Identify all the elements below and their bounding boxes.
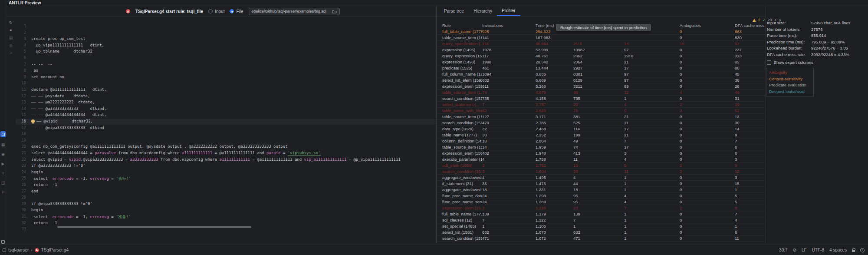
profiler-row[interactable]: search_condition (1516)4711.0724711011 bbox=[437, 235, 765, 242]
profiler-row[interactable]: search_condition (15...4711.0694711111 bbox=[437, 242, 765, 243]
profiler-row[interactable]: aggregate_windowed...41.4954103 bbox=[437, 175, 765, 181]
profiler-row[interactable]: expression_elem (1589)4021.948413308 bbox=[437, 150, 765, 156]
tool-window-button-antlr-preview[interactable] bbox=[0, 131, 6, 137]
profiler-row[interactable]: set_special (1485)11.1051101 bbox=[437, 223, 765, 229]
editor-line[interactable]: 21select @a444444444444444 = paravalue f… bbox=[16, 150, 436, 156]
editor-line[interactable]: 4 @p_vipa1111111111111 dtint, bbox=[16, 43, 436, 49]
line-number[interactable]: 30 bbox=[16, 208, 26, 212]
editor-line[interactable]: 29if @vipa333333333333 !='0' bbox=[16, 201, 436, 207]
line-number[interactable]: 28 bbox=[16, 195, 26, 199]
intention-bulb-icon[interactable] bbox=[31, 119, 35, 123]
line-number[interactable]: 16 bbox=[16, 119, 26, 123]
line-number[interactable]: 18 bbox=[16, 132, 26, 136]
profiler-row[interactable]: aggregate_windowed...181.33118101 bbox=[437, 187, 765, 193]
editor-line[interactable]: 15—— —— @a444444444444444 dtint, bbox=[16, 112, 436, 118]
profiler-row[interactable]: predicate (1525)46113.444292717080 bbox=[437, 65, 765, 71]
profiler-row[interactable]: full_column_name (17...10948.63583019704… bbox=[437, 71, 765, 77]
profiler-row[interactable]: expression_elem (15...21.22023728 bbox=[437, 205, 765, 211]
profiler-row[interactable]: select_list (1581)6321.073632106 bbox=[437, 229, 765, 235]
editor-line[interactable]: 17—— —— @vipa333333333333 dtkind bbox=[16, 125, 436, 131]
tool-window-button[interactable]: ◫ bbox=[0, 180, 6, 186]
line-separator[interactable]: LF bbox=[802, 248, 807, 252]
editor-line[interactable]: 23if @a333333333333 !='0' bbox=[16, 163, 436, 169]
editor-line[interactable]: 26 return -1 bbox=[16, 182, 436, 188]
line-number[interactable]: 7 bbox=[16, 62, 26, 66]
editor-line[interactable]: 19 bbox=[16, 138, 436, 144]
line-number[interactable]: 21 bbox=[16, 151, 26, 155]
editor-line[interactable]: 27end bbox=[16, 189, 436, 195]
lock-icon[interactable] bbox=[852, 250, 855, 252]
tool-window-button[interactable]: ≡ bbox=[0, 170, 6, 176]
editor-line[interactable]: 28 bbox=[16, 195, 436, 201]
pen-slash-icon[interactable]: ⊘ bbox=[793, 248, 796, 252]
line-number[interactable]: 24 bbox=[16, 170, 26, 174]
line-number[interactable]: 22 bbox=[16, 157, 26, 162]
profiler-row[interactable]: query_expression (1527)11748.76120621910… bbox=[437, 53, 765, 59]
profiler-row[interactable]: execute_parameter (1...41.75811403 bbox=[437, 156, 765, 162]
line-number[interactable]: 14 bbox=[16, 106, 26, 111]
line-number[interactable]: 2 bbox=[16, 30, 26, 35]
column-header[interactable]: Rule bbox=[442, 23, 482, 28]
file-path-field[interactable]: ebelice/Github/tsql-parser/examples/big.… bbox=[249, 8, 340, 15]
line-number[interactable]: 12 bbox=[16, 94, 26, 98]
profiler-row[interactable]: table_name (1777)332.2521992109 bbox=[437, 132, 765, 138]
tool-window-button[interactable]: ⚐ bbox=[0, 189, 6, 195]
profiler-row[interactable]: table_source_item (15...1273.17138121013 bbox=[437, 114, 765, 120]
indent-setting[interactable]: 4 spaces bbox=[829, 248, 847, 252]
profiler-row[interactable]: data_type (1829)322.48811417014 bbox=[437, 126, 765, 132]
pin-button[interactable]: ⚐ bbox=[8, 50, 14, 56]
file-radio[interactable]: File bbox=[230, 9, 243, 14]
profiler-row[interactable]: table_source_item (15...141.959741708 bbox=[437, 144, 765, 150]
edit-button[interactable]: ▤ bbox=[8, 35, 14, 41]
column-header[interactable]: Invocations bbox=[482, 23, 536, 28]
line-number[interactable]: 13 bbox=[16, 100, 26, 104]
column-header[interactable]: Ambiguities bbox=[680, 23, 735, 28]
editor-line[interactable]: 16—— @vipid dtchar32, bbox=[16, 119, 436, 125]
profiler-row[interactable]: func_proc_name_serv...241.28995405 bbox=[437, 199, 765, 205]
refresh-button[interactable]: ↻ bbox=[8, 19, 14, 25]
line-number[interactable]: 31 bbox=[16, 214, 26, 219]
tool-window-button-bottom[interactable] bbox=[0, 239, 6, 245]
line-number[interactable]: 6 bbox=[16, 56, 26, 60]
editor-line[interactable]: 20exec nb_com_getsysconfig @a11111111111… bbox=[16, 144, 436, 150]
profiler-row[interactable]: table_source_item (1...744.8799812446 bbox=[437, 89, 765, 96]
editor-line[interactable]: 12—— —— @sysdate dtdate, bbox=[16, 93, 436, 99]
profiler-row[interactable]: expression (1495)197852.99910982970237 bbox=[437, 47, 765, 53]
editor-line[interactable]: 3create proc up_com_test bbox=[16, 36, 436, 42]
expert-columns-checkbox[interactable]: Show expert columns bbox=[767, 60, 813, 65]
editor-line[interactable]: 11declare @a1111111111111 dtint, bbox=[16, 87, 436, 93]
line-number[interactable]: 15 bbox=[16, 113, 26, 117]
line-number[interactable]: 1 bbox=[16, 24, 26, 28]
file-encoding[interactable]: UTF-8 bbox=[812, 248, 824, 252]
editor-line[interactable]: 10 bbox=[16, 80, 436, 86]
editor-line[interactable]: 31 select errorcode = -1, errormsg = '准备… bbox=[16, 214, 436, 220]
line-number[interactable]: 17 bbox=[16, 126, 26, 130]
line-number[interactable]: 33 bbox=[16, 227, 26, 231]
line-number[interactable]: 20 bbox=[16, 144, 26, 149]
column-header[interactable]: DFA cache miss bbox=[735, 23, 765, 28]
line-number[interactable]: 26 bbox=[16, 182, 26, 187]
line-number[interactable]: 8 bbox=[16, 68, 26, 73]
line-number[interactable]: 9 bbox=[16, 75, 26, 79]
profiler-row[interactable]: table_name_with_hint...823.620769352 bbox=[437, 108, 765, 114]
editor-line[interactable]: 25 select errorcode = -1, errormsg = '执行… bbox=[16, 176, 436, 182]
profiler-row[interactable]: select_statement (...73.757294219 bbox=[437, 102, 765, 108]
tool-window-button[interactable]: ▶ bbox=[0, 161, 6, 167]
profiler-row[interactable]: search_condition (15...31.6042811212 bbox=[437, 169, 765, 175]
profiler-row[interactable]: expression_elem (1590)6115.266321199026 bbox=[437, 83, 765, 89]
profiler-row[interactable]: udt_elem (1658)21.75216529 bbox=[437, 162, 765, 169]
stop-button[interactable]: ■ bbox=[8, 27, 14, 33]
profiler-row[interactable]: sql_clauses (12)71.1227104 bbox=[437, 217, 765, 223]
breadcrumb-project[interactable]: tsql-parser bbox=[8, 248, 29, 252]
line-number[interactable]: 25 bbox=[16, 176, 26, 180]
input-radio[interactable]: Input bbox=[208, 9, 224, 14]
folder-icon[interactable] bbox=[332, 10, 337, 13]
tab-profiler[interactable]: Profiler bbox=[497, 6, 520, 16]
line-number[interactable]: 4 bbox=[16, 43, 26, 47]
editor-line[interactable]: 7-- -- -- bbox=[16, 62, 436, 68]
profiler-row[interactable]: search_condition (1519)7354.1587351031 bbox=[437, 96, 765, 102]
editor-line[interactable]: 6 bbox=[16, 55, 436, 61]
line-number[interactable]: 32 bbox=[16, 221, 26, 225]
line-number[interactable]: 5 bbox=[16, 49, 26, 53]
editor-line[interactable]: 5 @p_tblname dtchar32 bbox=[16, 49, 436, 55]
